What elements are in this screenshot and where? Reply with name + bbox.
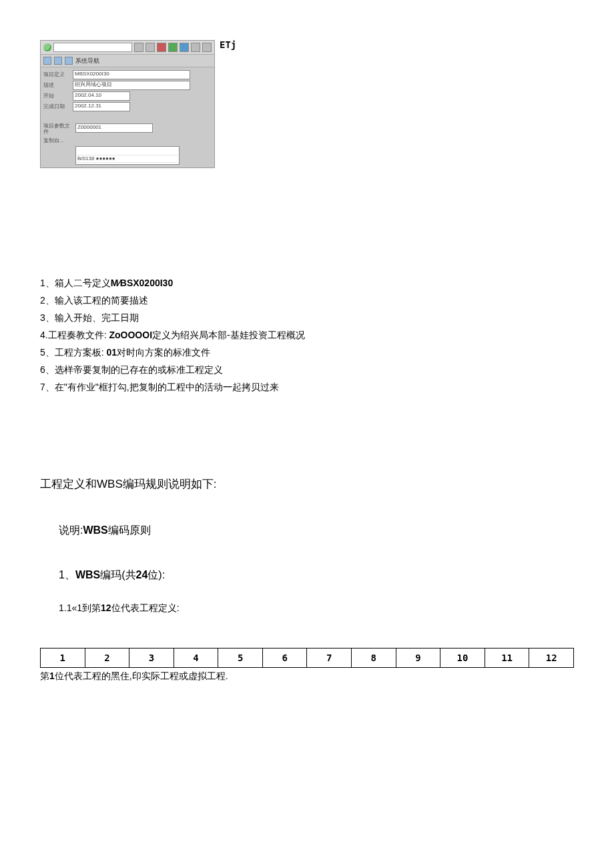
instr5-pre: 5、工程方案板: [40,347,104,358]
sub3-post: 位代表工程定义: [111,602,180,613]
sub-title-explain: 说明:WBS编码原则 [59,524,574,538]
toolbar-button-4[interactable] [202,43,212,52]
project-def-input[interactable]: MBSX0200I30 [73,70,190,79]
toolbar-button-1[interactable] [134,43,143,52]
param-file-label: 项目参数文件 [43,123,73,135]
instr5-post: 对时向方案的标准文件 [117,347,210,358]
nav-icon-1[interactable] [43,57,51,65]
desc-label: 描述 [43,82,73,89]
table-cell: 9 [396,648,440,667]
instr5-code: 01 [107,347,117,358]
footnote-post: 位代表工程的黑住,印实际工程或虚拟工程. [55,671,228,681]
copy-box-line: B/0138 ●●●●●● [77,155,178,163]
sub3-pre: 1.1«1到第 [59,602,101,613]
instr1-pre: 1、箱人二号定义 [40,278,111,288]
table-cell: 6 [262,648,307,667]
copy-box-empty-line [77,148,178,155]
start-input[interactable]: 2002.04.10 [73,91,130,101]
app-window: ETj 系统导航 项目定义 MBSX0200I30 描述 [40,40,215,168]
sub2-bold: WBS [75,569,100,580]
param-file-input[interactable]: Z0000001 [75,123,153,133]
toolbar-button-red[interactable] [157,43,166,52]
lower-form-area: 项目参数文件 Z0000001 复制自... B/0138 ●●●●●● [41,121,214,167]
nav-text: 系统导航 [75,57,99,65]
etj-label: ETj [220,39,236,51]
toolbar-button-green[interactable] [168,43,178,52]
sub2-post: 位): [147,569,165,580]
back-icon[interactable] [43,43,51,51]
desc-input[interactable]: 绍兴局域心项目 [73,81,190,90]
table-cell: 2 [85,648,129,667]
table-cell: 11 [485,648,529,667]
sub2-mid: 编玛(共 [100,569,135,580]
instruction-1: 1、箱人二号定义M∕BSX0200I30 [40,275,574,292]
footnote-pre: 第 [40,671,49,681]
form-area: 项目定义 MBSX0200I30 描述 绍兴局域心项目 开始 2002.04.1… [41,67,214,117]
project-def-label: 项目定义 [43,71,73,78]
instruction-list: 1、箱人二号定义M∕BSX0200I30 2、输入该工程的简要描述 3、输入开始… [40,275,574,396]
table-cell: 10 [440,648,485,667]
instruction-7: 7、在"有作业"框打勾,把复制的工程中的活动一起拷贝过来 [40,379,574,396]
instruction-3: 3、输入开始、完工日期 [40,310,574,327]
end-label: 完成日期 [43,103,73,110]
instruction-5: 5、工程方案板: 01对时向方案的标准文件 [40,344,574,362]
instruction-6: 6、选样帝要复制的已存在的或标准工程定义 [40,362,574,379]
instruction-2: 2、输入该工程的简要描述 [40,292,574,310]
instr1-code: M∕BSX0200I30 [111,278,173,288]
instruction-4: 4.工程奏教文件: ZoOOOOI定义为绍兴局本部-基娃投资工程概况 [40,327,574,344]
sub1-pre: 说明: [59,524,83,536]
table-cell: 12 [529,648,574,667]
start-label: 开始 [43,93,73,99]
toolbar-button-2[interactable] [145,43,155,52]
sub-title-code24: 1、WBS编玛(共24位): [59,568,574,582]
toolbar-button-3[interactable] [191,43,200,52]
sub2-pre: 1、 [59,569,75,580]
table-cell: 3 [129,648,174,667]
instr4-pre: 4.工程奏教文件: [40,330,107,340]
sub1-post: 编码原则 [108,524,151,536]
table-row: 1 2 3 4 5 6 7 8 9 10 11 12 [41,648,574,667]
app-toolbar [41,41,214,55]
sub3-num: 12 [101,602,111,613]
instr4-post: 定义为绍兴局本部-基娃投资工程概况 [152,330,305,340]
sub-text-1to12: 1.1«1到第12位代表工程定义: [59,602,574,614]
instr4-code: ZoOOOOI [109,330,152,340]
sub2-num: 24 [136,569,148,580]
document-page: ETj 系统导航 项目定义 MBSX0200I30 描述 [0,0,614,723]
app-toolbar-secondary: 系统导航 [41,55,214,67]
sub1-bold: WBS [83,524,107,536]
footnote-num: 1 [49,671,55,681]
copy-from-label: 复制自... [43,138,73,144]
table-footnote: 第1位代表工程的黑住,印实际工程或虚拟工程. [40,671,574,683]
section-title: 工程定义和WBS编玛规则说明如下: [40,476,574,492]
toolbar-button-blue[interactable] [180,43,189,52]
table-cell: 8 [352,648,396,667]
table-cell: 5 [218,648,263,667]
table-cell: 7 [307,648,352,667]
table-cell: 4 [174,648,218,667]
copy-from-box[interactable]: B/0138 ●●●●●● [75,146,180,165]
end-input[interactable]: 2002.12.31 [73,102,130,111]
nav-icon-2[interactable] [54,57,62,65]
table-cell: 1 [41,648,85,667]
url-bar[interactable] [53,43,132,52]
section-title-text: 工程定义和WBS编玛规则说明如下: [40,478,216,490]
position-table: 1 2 3 4 5 6 7 8 9 10 11 12 [40,648,574,668]
nav-icon-3[interactable] [65,57,73,65]
